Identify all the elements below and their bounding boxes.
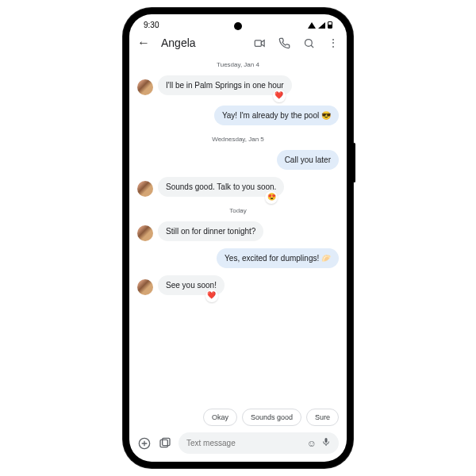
screen: 9:30 ← Angela ⋮ Tuesday, Jan 4 I'l xyxy=(129,14,347,462)
quick-reply-chip[interactable]: Sounds good xyxy=(242,409,301,426)
message-row: Yes, excited for dumplings! 🥟 xyxy=(137,248,339,268)
more-icon[interactable]: ⋮ xyxy=(328,36,339,49)
date-label: Tuesday, Jan 4 xyxy=(137,61,339,68)
reaction-heart-eyes-icon[interactable]: 😍 xyxy=(265,191,278,204)
message-text: I'll be in Palm Springs in one hour xyxy=(166,81,284,90)
message-bubble-out[interactable]: Yay! I'm already by the pool 😎 xyxy=(214,106,339,125)
quick-replies: Okay Sounds good Sure xyxy=(129,404,347,428)
phone-side-button xyxy=(353,143,355,182)
message-text: Yes, excited for dumplings! 🥟 xyxy=(225,254,331,263)
message-bubble-out[interactable]: Yes, excited for dumplings! 🥟 xyxy=(217,248,339,268)
contact-name[interactable]: Angela xyxy=(161,36,243,49)
date-label: Today xyxy=(137,207,339,214)
video-call-icon[interactable] xyxy=(254,37,266,49)
gallery-button[interactable] xyxy=(158,436,172,451)
quick-reply-chip[interactable]: Sure xyxy=(306,409,339,426)
message-bubble-in[interactable]: I'll be in Palm Springs in one hour ❤️ xyxy=(158,75,292,95)
reaction-heart-icon[interactable]: ❤️ xyxy=(273,90,286,102)
message-row: I'll be in Palm Springs in one hour ❤️ xyxy=(137,75,339,95)
message-row: Yay! I'm already by the pool 😎 xyxy=(137,106,339,125)
reaction-heart-icon[interactable]: ❤️ xyxy=(205,290,218,302)
back-button[interactable]: ← xyxy=(137,36,150,50)
add-button[interactable] xyxy=(137,436,152,451)
search-icon[interactable] xyxy=(303,37,315,49)
message-input-container: ☺ xyxy=(178,432,339,454)
conversation[interactable]: Tuesday, Jan 4 I'll be in Palm Springs i… xyxy=(129,55,347,404)
message-text: Yay! I'm already by the pool 😎 xyxy=(222,111,331,120)
status-icons xyxy=(308,21,332,29)
svg-point-1 xyxy=(305,39,313,46)
mic-icon[interactable] xyxy=(321,437,331,449)
app-header: ← Angela ⋮ xyxy=(129,31,347,55)
message-text: See you soon! xyxy=(166,281,217,290)
avatar[interactable] xyxy=(137,279,153,295)
avatar[interactable] xyxy=(137,225,153,241)
composer: ☺ xyxy=(129,428,347,462)
date-label: Wednesday, Jan 5 xyxy=(137,136,339,143)
signal-icon xyxy=(318,22,325,29)
battery-icon xyxy=(328,21,332,29)
header-actions: ⋮ xyxy=(254,36,339,49)
message-row: Sounds good. Talk to you soon. 😍 xyxy=(137,177,339,197)
phone-call-icon[interactable] xyxy=(278,37,290,49)
message-bubble-in[interactable]: Still on for dinner tonight? xyxy=(158,221,263,241)
message-row: See you soon! ❤️ xyxy=(137,275,339,295)
message-input[interactable] xyxy=(186,439,302,447)
front-camera xyxy=(234,22,242,30)
message-bubble-out[interactable]: Call you later xyxy=(277,150,339,170)
message-bubble-in[interactable]: See you soon! ❤️ xyxy=(158,275,225,295)
quick-reply-chip[interactable]: Okay xyxy=(203,409,237,426)
message-bubble-in[interactable]: Sounds good. Talk to you soon. 😍 xyxy=(158,177,284,197)
message-text: Call you later xyxy=(285,155,331,164)
svg-rect-0 xyxy=(255,40,261,46)
message-row: Still on for dinner tonight? xyxy=(137,221,339,241)
message-row: Call you later xyxy=(137,150,339,170)
status-time: 9:30 xyxy=(144,21,159,29)
phone-frame: 9:30 ← Angela ⋮ Tuesday, Jan 4 I'l xyxy=(123,8,353,468)
emoji-icon[interactable]: ☺ xyxy=(307,438,317,449)
wifi-icon xyxy=(308,22,316,29)
avatar[interactable] xyxy=(137,181,153,197)
message-text: Still on for dinner tonight? xyxy=(166,227,255,236)
message-text: Sounds good. Talk to you soon. xyxy=(166,182,276,191)
avatar[interactable] xyxy=(137,79,153,95)
